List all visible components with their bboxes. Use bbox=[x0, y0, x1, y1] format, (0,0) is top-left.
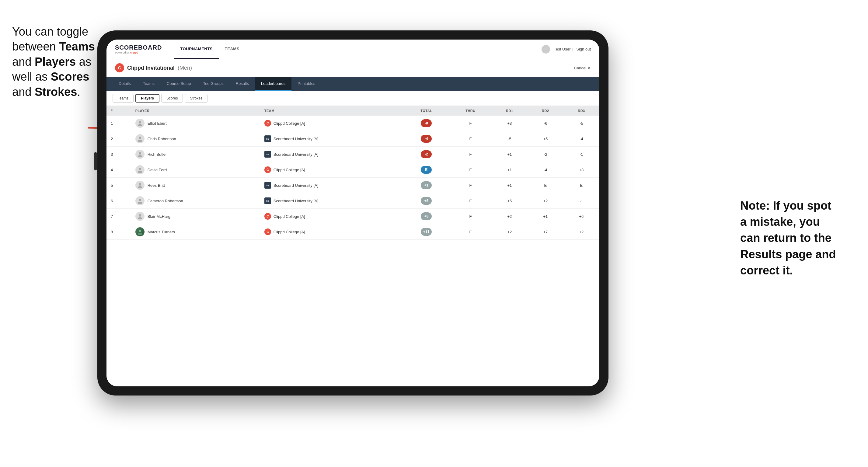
rank-cell: 4 bbox=[106, 162, 131, 178]
col-total: TOTAL bbox=[403, 106, 450, 116]
svg-point-1 bbox=[139, 121, 141, 124]
thru-cell: F bbox=[450, 162, 492, 178]
tab-course-setup[interactable]: Course Setup bbox=[161, 77, 197, 91]
col-team: TEAM bbox=[260, 106, 403, 116]
scores-bold: Scores bbox=[51, 70, 89, 83]
tablet-screen: SCOREBOARD Powered by clippd TOURNAMENTS… bbox=[106, 39, 599, 386]
tab-teams[interactable]: Teams bbox=[137, 77, 161, 91]
player-avatar bbox=[135, 134, 145, 143]
svg-point-14 bbox=[138, 217, 142, 219]
rd2-cell: -4 bbox=[528, 162, 563, 178]
thru-cell: F bbox=[450, 131, 492, 147]
team-cell: C Clippd College [A] bbox=[260, 162, 403, 178]
col-player: PLAYER bbox=[131, 106, 260, 116]
total-cell: +11 bbox=[403, 224, 450, 240]
team-logo: SB bbox=[265, 197, 271, 204]
col-rd3: RD3 bbox=[563, 106, 599, 116]
team-name: Clippd College [A] bbox=[274, 121, 305, 126]
cancel-icon: ✕ bbox=[588, 66, 591, 70]
player-name: Marcus Turners bbox=[148, 230, 175, 234]
total-cell: +6 bbox=[403, 193, 450, 209]
team-cell: SB Scoreboard University [A] bbox=[260, 147, 403, 162]
player-name: David Ford bbox=[148, 168, 167, 172]
tablet-side-button bbox=[94, 152, 97, 170]
rank-cell: 6 bbox=[106, 193, 131, 209]
tab-tee-groups[interactable]: Tee Groups bbox=[197, 77, 230, 91]
player-avatar bbox=[135, 212, 145, 221]
team-name: Clippd College [A] bbox=[274, 214, 305, 219]
player-name: Rees Britt bbox=[148, 183, 165, 188]
user-label: Test User | bbox=[554, 47, 572, 52]
table-row: 5 Rees Britt SB bbox=[106, 178, 599, 193]
teams-bold: Teams bbox=[59, 40, 95, 53]
rd2-cell: +2 bbox=[528, 193, 563, 209]
rd2-cell: +7 bbox=[528, 224, 563, 240]
rd2-cell: -6 bbox=[528, 116, 563, 131]
toggle-scores[interactable]: Scores bbox=[161, 94, 183, 102]
cancel-label: Cancel bbox=[574, 66, 586, 70]
rd2-cell: E bbox=[528, 178, 563, 193]
toggle-bar: Teams Players Scores Strokes bbox=[106, 91, 599, 106]
svg-point-10 bbox=[138, 186, 142, 188]
svg-point-15 bbox=[139, 230, 141, 232]
team-name: Scoreboard University [A] bbox=[274, 183, 318, 188]
team-cell: SB Scoreboard University [A] bbox=[260, 131, 403, 147]
svg-point-13 bbox=[139, 214, 141, 217]
tab-results[interactable]: Results bbox=[230, 77, 255, 91]
app-logo: SCOREBOARD Powered by clippd bbox=[115, 44, 162, 54]
tab-leaderboards[interactable]: Leaderboards bbox=[255, 77, 291, 91]
top-navigation: SCOREBOARD Powered by clippd TOURNAMENTS… bbox=[106, 39, 599, 59]
table-body: 1 Elliot Ebert C bbox=[106, 116, 599, 240]
tournament-gender: (Men) bbox=[178, 65, 192, 71]
toggle-teams[interactable]: Teams bbox=[113, 94, 133, 102]
col-rank: # bbox=[106, 106, 131, 116]
nav-teams[interactable]: TEAMS bbox=[219, 39, 246, 59]
svg-point-5 bbox=[139, 152, 141, 155]
svg-point-12 bbox=[138, 202, 142, 204]
player-name: Blair McHarg bbox=[148, 214, 170, 219]
team-logo: C bbox=[265, 213, 271, 220]
toggle-strokes[interactable]: Strokes bbox=[185, 94, 208, 102]
rd3-cell: -5 bbox=[563, 116, 599, 131]
main-nav-links: TOURNAMENTS TEAMS bbox=[174, 39, 541, 59]
cancel-button[interactable]: Cancel ✕ bbox=[574, 66, 591, 70]
total-cell: +8 bbox=[403, 209, 450, 224]
tab-details[interactable]: Details bbox=[113, 77, 137, 91]
toggle-players[interactable]: Players bbox=[135, 94, 159, 102]
total-cell: -2 bbox=[403, 147, 450, 162]
player-cell: Rich Butler bbox=[131, 147, 260, 162]
rd2-cell: +5 bbox=[528, 131, 563, 147]
rd3-cell: -1 bbox=[563, 147, 599, 162]
rd1-cell: +5 bbox=[492, 193, 528, 209]
player-cell: Cameron Robertson bbox=[131, 193, 260, 209]
player-cell: Chris Robertson bbox=[131, 131, 260, 147]
tournament-logo: C bbox=[115, 63, 124, 72]
team-cell: C Clippd College [A] bbox=[260, 224, 403, 240]
team-cell: SB Scoreboard University [A] bbox=[260, 193, 403, 209]
tab-printables[interactable]: Printables bbox=[291, 77, 321, 91]
rd1-cell: +2 bbox=[492, 209, 528, 224]
left-annotation: You can toggle between Teams and Players… bbox=[12, 24, 97, 99]
col-rd2: RD2 bbox=[528, 106, 563, 116]
team-name: Scoreboard University [A] bbox=[274, 152, 318, 157]
rd1-cell: +1 bbox=[492, 147, 528, 162]
svg-point-8 bbox=[138, 171, 142, 173]
svg-point-6 bbox=[138, 155, 142, 157]
rd2-cell: +1 bbox=[528, 209, 563, 224]
rd1-cell: -5 bbox=[492, 131, 528, 147]
svg-point-2 bbox=[138, 124, 142, 126]
team-name: Scoreboard University [A] bbox=[274, 199, 318, 203]
tournament-title: C Clippd Invitational (Men) bbox=[115, 63, 192, 72]
player-name: Cameron Robertson bbox=[148, 199, 183, 203]
team-name: Scoreboard University [A] bbox=[274, 136, 318, 141]
player-cell: Elliot Ebert bbox=[131, 116, 260, 131]
tournament-header: C Clippd Invitational (Men) Cancel ✕ bbox=[106, 59, 599, 77]
tablet-frame: SCOREBOARD Powered by clippd TOURNAMENTS… bbox=[97, 30, 609, 396]
total-cell: -8 bbox=[403, 116, 450, 131]
total-cell: -4 bbox=[403, 131, 450, 147]
rd1-cell: +2 bbox=[492, 224, 528, 240]
rank-cell: 1 bbox=[106, 116, 131, 131]
nav-tournaments[interactable]: TOURNAMENTS bbox=[174, 39, 218, 59]
sign-out-link[interactable]: Sign out bbox=[576, 47, 591, 52]
thru-cell: F bbox=[450, 193, 492, 209]
